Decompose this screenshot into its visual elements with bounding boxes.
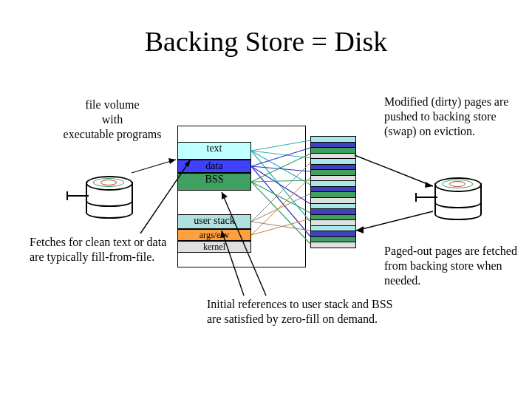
segment-args-env: args/env — [177, 229, 251, 241]
svg-line-21 — [356, 211, 433, 231]
svg-line-27 — [132, 160, 176, 173]
segment-kernel: kernel — [177, 241, 251, 253]
disk-right-icon — [434, 177, 479, 216]
segment-text: text — [177, 142, 251, 160]
segment-data: data — [177, 160, 251, 173]
svg-marker-28 — [168, 158, 176, 164]
page-title: Backing Store = Disk — [0, 25, 532, 58]
note-paged-out: Paged-out pages are fetched from backing… — [384, 244, 525, 288]
segment-bss: BSS — [177, 173, 251, 191]
svg-marker-20 — [425, 182, 433, 188]
page-frames — [310, 136, 356, 248]
note-zero-fill: Initial references to user stack and BSS… — [207, 297, 399, 327]
svg-marker-22 — [356, 226, 364, 233]
segment-user-stack: user stack — [177, 214, 251, 229]
note-file-volume: file volume with executable programs — [53, 98, 171, 142]
svg-line-19 — [355, 155, 433, 186]
note-clean-fetch: Fetches for clean text or data are typic… — [30, 235, 177, 265]
disk-left-icon — [86, 176, 130, 214]
note-dirty-pages: Modified (dirty) pages are pushed to bac… — [384, 95, 525, 139]
